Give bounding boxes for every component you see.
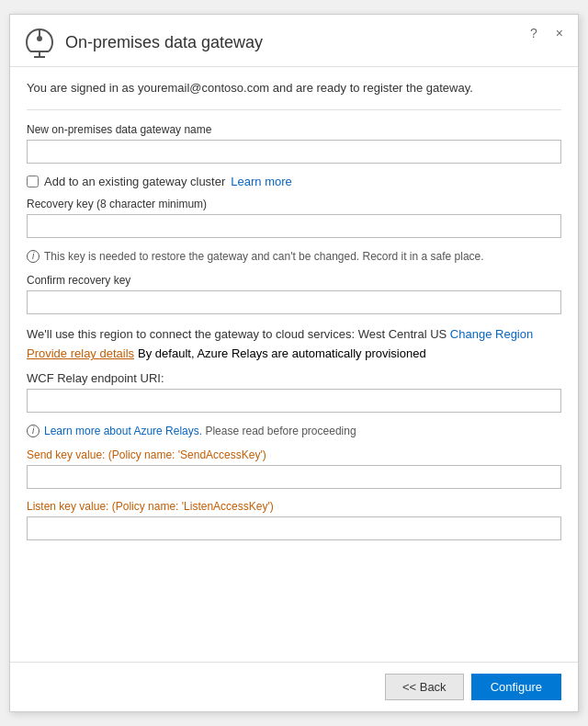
add-cluster-row: Add to an existing gateway cluster Learn…: [27, 175, 561, 188]
recovery-key-info-row: i This key is needed to restore the gate…: [27, 249, 561, 265]
header-divider: [27, 109, 561, 110]
back-button[interactable]: << Back: [385, 674, 464, 700]
wcf-group: WCF Relay endpoint URI:: [27, 371, 561, 413]
listen-key-label: Listen key value: (Policy name: 'ListenA…: [27, 500, 561, 513]
info-icon-azure: i: [27, 425, 40, 437]
info-icon-recovery: i: [27, 250, 40, 263]
gateway-icon: [23, 26, 56, 59]
send-key-input[interactable]: [27, 465, 561, 489]
provide-relay-text: By default, Azure Relays are automatical…: [138, 346, 426, 360]
gateway-name-group: New on-premises data gateway name: [27, 123, 561, 164]
close-button[interactable]: ×: [550, 24, 569, 42]
change-region-link[interactable]: Change Region: [450, 327, 533, 341]
azure-relay-info-row: i Learn more about Azure Relays. Please …: [27, 424, 561, 439]
azure-relay-info-link[interactable]: Learn more about Azure Relays.: [44, 425, 202, 437]
titlebar: On-premises data gateway ? ×: [10, 15, 578, 67]
listen-key-input[interactable]: [27, 516, 561, 540]
dialog-container: On-premises data gateway ? × You are sig…: [9, 14, 579, 712]
recovery-key-group: Recovery key (8 character minimum): [27, 198, 561, 238]
configure-button[interactable]: Configure: [471, 674, 561, 700]
add-cluster-label: Add to an existing gateway cluster: [44, 175, 225, 188]
region-prefix-text: We'll use this region to connect the gat…: [27, 327, 447, 341]
send-key-group: Send key value: (Policy name: 'SendAcces…: [27, 448, 561, 489]
recovery-key-info-text: This key is needed to restore the gatewa…: [44, 249, 484, 265]
dialog-body: You are signed in as youremail@contoso.c…: [10, 67, 578, 662]
listen-key-group: Listen key value: (Policy name: 'ListenA…: [27, 500, 561, 540]
learn-more-link[interactable]: Learn more: [231, 175, 291, 188]
gateway-name-input[interactable]: [27, 140, 561, 164]
azure-relay-info-content: Learn more about Azure Relays. Please re…: [44, 424, 356, 439]
provide-relay-link[interactable]: Provide relay details: [27, 346, 134, 360]
wcf-input[interactable]: [27, 389, 561, 413]
signed-in-message: You are signed in as youremail@contoso.c…: [27, 80, 561, 96]
help-button[interactable]: ?: [525, 24, 543, 42]
dialog-title: On-premises data gateway: [65, 33, 263, 52]
provide-relay-row: Provide relay details By default, Azure …: [27, 346, 561, 360]
send-key-label: Send key value: (Policy name: 'SendAcces…: [27, 448, 561, 461]
confirm-key-group: Confirm recovery key: [27, 274, 561, 314]
gateway-name-label: New on-premises data gateway name: [27, 123, 561, 136]
recovery-key-input[interactable]: [27, 214, 561, 238]
titlebar-actions: ? ×: [525, 24, 569, 42]
svg-point-1: [37, 36, 42, 41]
wcf-label: WCF Relay endpoint URI:: [27, 371, 561, 385]
region-row: We'll use this region to connect the gat…: [27, 325, 561, 344]
dialog-footer: << Back Configure: [10, 662, 578, 711]
azure-relay-info-text: Please read before proceeding: [205, 425, 356, 437]
add-cluster-checkbox[interactable]: [27, 176, 39, 187]
recovery-key-label: Recovery key (8 character minimum): [27, 198, 561, 210]
confirm-key-input[interactable]: [27, 290, 561, 314]
confirm-key-label: Confirm recovery key: [27, 274, 561, 287]
